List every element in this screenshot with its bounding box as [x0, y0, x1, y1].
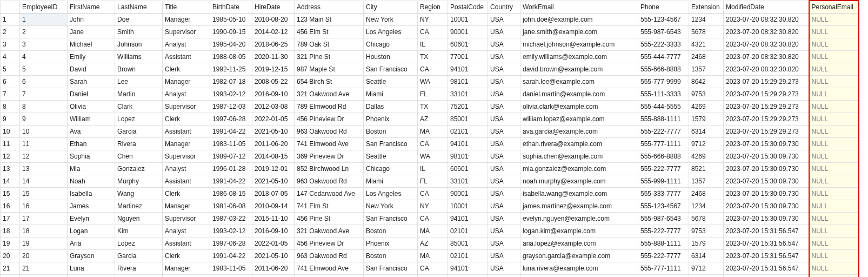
cell-address[interactable]: 456 Pine St [295, 213, 364, 225]
cell-postalcode[interactable]: 94101 [448, 213, 488, 225]
cell-address[interactable]: 369 Pineview Dr [295, 275, 364, 278]
table-row[interactable]: 1313MiaGonzalezAnalyst1996-01-282019-12-… [1, 163, 859, 175]
cell-employeeid[interactable]: 14 [20, 175, 68, 188]
cell-country[interactable]: USA [488, 101, 520, 113]
table-row[interactable]: 2020GraysonGarciaClerk1991-04-222021-05-… [1, 250, 859, 262]
cell-postalcode[interactable]: 33101 [448, 88, 488, 101]
cell-modifieddate[interactable]: 2023-07-20 15:30:09.730 [724, 138, 809, 150]
cell-firstname[interactable]: James [68, 200, 115, 213]
cell-extension[interactable]: 2468 [689, 188, 724, 200]
cell-firstname[interactable]: Jane [68, 26, 115, 38]
cell-personalemail[interactable]: NULL [809, 38, 859, 51]
cell-city[interactable]: New York [364, 14, 418, 26]
cell-city[interactable]: Miami [364, 88, 418, 101]
cell-country[interactable]: USA [488, 138, 520, 150]
cell-extension[interactable]: 2468 [689, 51, 724, 63]
cell-birthdate[interactable]: 1991-04-22 [210, 175, 252, 188]
cell-personalemail[interactable]: NULL [809, 188, 859, 200]
cell-phone[interactable]: 555-666-8888 [638, 63, 689, 76]
cell-personalemail[interactable]: NULL [809, 101, 859, 113]
cell-title[interactable]: Assistant [163, 175, 210, 188]
cell-employeeid[interactable]: 11 [20, 138, 68, 150]
cell-lastname[interactable]: Gonzalez [115, 163, 163, 175]
table-row[interactable]: 33MichaelJohnsonAnalyst1995-04-202018-06… [1, 38, 859, 51]
cell-workemail[interactable]: john.doe@example.com [520, 14, 638, 26]
cell-city[interactable]: San Francisco [364, 63, 418, 76]
cell-modifieddate[interactable]: 2023-07-20 08:32:30.820 [724, 38, 809, 51]
cell-address[interactable]: 963 Oakwood Rd [295, 175, 364, 188]
cell-address[interactable]: 456 Pineview Dr [295, 238, 364, 250]
column-header-city[interactable]: City [364, 1, 418, 14]
cell-hiredate[interactable]: 2010-09-14 [252, 200, 295, 213]
row-number[interactable]: 11 [1, 138, 20, 150]
cell-region[interactable]: MA [418, 225, 448, 238]
table-row[interactable]: 77DanielMartinAnalyst1993-02-122016-09-1… [1, 88, 859, 101]
cell-phone[interactable]: 555-222-7777 [638, 225, 689, 238]
cell-extension[interactable]: 4269 [689, 150, 724, 163]
row-number[interactable]: 13 [1, 163, 20, 175]
cell-phone[interactable]: 555-444-7777 [638, 51, 689, 63]
cell-birthdate[interactable]: 1991-04-22 [210, 126, 252, 138]
table-row[interactable]: 44EmilyWilliamsAssistant1988-08-052020-1… [1, 51, 859, 63]
cell-address[interactable]: 741 Elmwood Ave [295, 262, 364, 275]
cell-address[interactable]: 321 Oakwood Ave [295, 225, 364, 238]
cell-employeeid[interactable]: 15 [20, 188, 68, 200]
cell-birthdate[interactable]: 1992-11-25 [210, 63, 252, 76]
cell-lastname[interactable]: Garcia [115, 126, 163, 138]
cell-personalemail[interactable]: NULL [809, 163, 859, 175]
cell-birthdate[interactable]: 1995-04-20 [210, 38, 252, 51]
cell-birthdate[interactable]: 1982-07-18 [210, 76, 252, 88]
cell-region[interactable]: FL [418, 175, 448, 188]
cell-hiredate[interactable]: 2014-08-15 [252, 150, 295, 163]
cell-employeeid[interactable]: 16 [20, 200, 68, 213]
cell-modifieddate[interactable]: 2023-07-20 15:31:56.547 [724, 225, 809, 238]
cell-workemail[interactable]: logan.kim@example.com [520, 225, 638, 238]
cell-postalcode[interactable]: 77001 [448, 51, 488, 63]
cell-workemail[interactable]: ava.garcia@example.com [520, 126, 638, 138]
cell-workemail[interactable]: ethan.rivera@example.com [520, 138, 638, 150]
cell-phone[interactable]: 555-987-6543 [638, 213, 689, 225]
cell-workemail[interactable]: jackson.chen@example.com [520, 275, 638, 278]
cell-employeeid[interactable]: 6 [20, 76, 68, 88]
cell-workemail[interactable]: grayson.garcia@example.com [520, 250, 638, 262]
table-row[interactable]: 1616JamesMartinezManager1981-06-082010-0… [1, 200, 859, 213]
cell-postalcode[interactable]: 94101 [448, 63, 488, 76]
table-row[interactable]: 1111EthanRiveraManager1983-11-052011-06-… [1, 138, 859, 150]
cell-country[interactable]: USA [488, 238, 520, 250]
cell-modifieddate[interactable]: 2023-07-20 15:29:29.273 [724, 113, 809, 126]
row-number[interactable]: 20 [1, 250, 20, 262]
cell-city[interactable]: New York [364, 200, 418, 213]
cell-workemail[interactable]: emily.williams@example.com [520, 51, 638, 63]
cell-hiredate[interactable]: 2022-01-05 [252, 113, 295, 126]
cell-employeeid[interactable]: 8 [20, 101, 68, 113]
cell-phone[interactable]: 555-777-9999 [638, 76, 689, 88]
cell-region[interactable]: CA [418, 138, 448, 150]
cell-modifieddate[interactable]: 2023-07-20 15:30:09.730 [724, 200, 809, 213]
cell-address[interactable]: 147 Cedarwood Ave [295, 188, 364, 200]
cell-hiredate[interactable]: 2010-08-20 [252, 14, 295, 26]
cell-title[interactable]: Manager [163, 200, 210, 213]
cell-firstname[interactable]: Noah [68, 175, 115, 188]
cell-employeeid[interactable]: 10 [20, 126, 68, 138]
cell-firstname[interactable]: Daniel [68, 88, 115, 101]
cell-birthdate[interactable]: 1988-08-05 [210, 51, 252, 63]
cell-firstname[interactable]: William [68, 113, 115, 126]
cell-birthdate[interactable]: 1987-12-03 [210, 101, 252, 113]
table-row[interactable]: 1212SophiaChenSupervisor1989-07-122014-0… [1, 150, 859, 163]
results-grid[interactable]: EmployeeIDFirstNameLastNameTitleBirthDat… [0, 0, 859, 277]
row-number[interactable]: 9 [1, 113, 20, 126]
table-row[interactable]: 55DavidBrownClerk1992-11-252019-12-15987… [1, 63, 859, 76]
cell-postalcode[interactable]: 02101 [448, 250, 488, 262]
cell-extension[interactable]: 5678 [689, 26, 724, 38]
cell-address[interactable]: 456 Pineview Dr [295, 113, 364, 126]
cell-title[interactable]: Supervisor [163, 101, 210, 113]
row-number[interactable]: 15 [1, 188, 20, 200]
cell-city[interactable]: Boston [364, 250, 418, 262]
cell-country[interactable]: USA [488, 63, 520, 76]
cell-address[interactable]: 369 Pineview Dr [295, 150, 364, 163]
cell-address[interactable]: 852 Birchwood Ln [295, 163, 364, 175]
cell-phone[interactable]: 555-333-7777 [638, 188, 689, 200]
cell-phone[interactable]: 555-444-5555 [638, 101, 689, 113]
column-header-phone[interactable]: Phone [638, 1, 689, 14]
cell-lastname[interactable]: Martin [115, 88, 163, 101]
